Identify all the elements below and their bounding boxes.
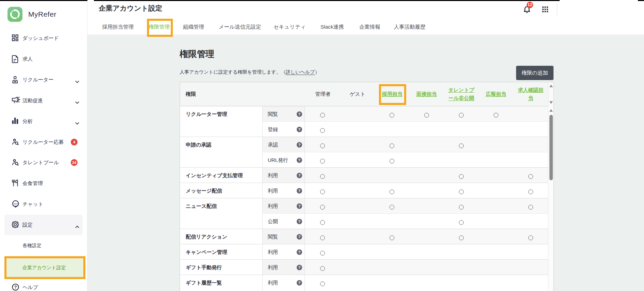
svg-text:?: ? bbox=[14, 285, 17, 290]
